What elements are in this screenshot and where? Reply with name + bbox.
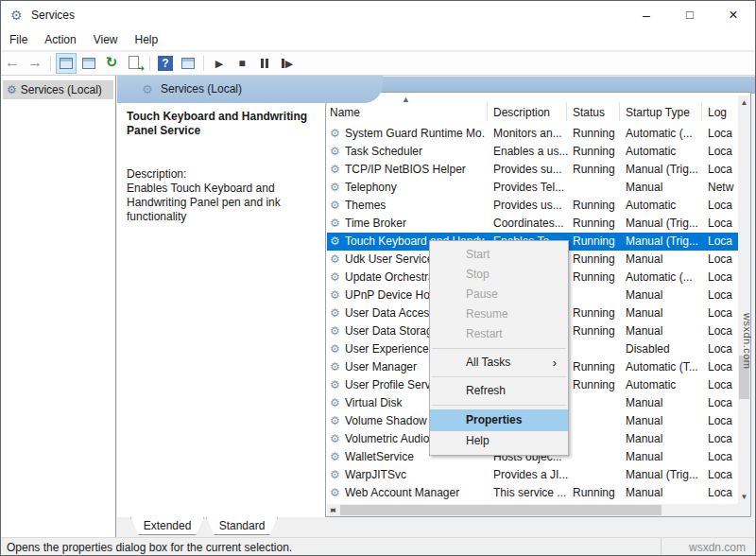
tree-item-services-local[interactable]: ⚙Services (Local) bbox=[3, 80, 113, 99]
scroll-right-icon[interactable]: ► bbox=[327, 504, 339, 518]
close-button[interactable]: × bbox=[712, 1, 755, 29]
refresh-icon: ↻ bbox=[106, 54, 118, 70]
toolbar: ←→↻➜?▶■▶ bbox=[1, 52, 755, 76]
tab-standard[interactable]: Standard bbox=[206, 517, 278, 535]
table-row[interactable]: ⚙ThemesProvides us...RunningAutomaticLoc… bbox=[327, 197, 738, 215]
horizontal-scrollbar[interactable]: ◄ ► bbox=[327, 504, 750, 516]
service-gear-icon: ⚙ bbox=[330, 412, 344, 430]
column-header-name[interactable]: Name bbox=[330, 106, 472, 123]
service-status bbox=[573, 466, 622, 484]
forward-button[interactable]: → bbox=[24, 52, 46, 75]
table-row[interactable]: ⚙TCP/IP NetBIOS HelperProvides su...Runn… bbox=[327, 161, 738, 179]
refresh-button[interactable]: ↻ bbox=[100, 52, 123, 75]
service-log-on-as: Loca bbox=[708, 287, 738, 304]
context-menu-item-all-tasks[interactable]: All Tasks› bbox=[430, 353, 568, 373]
pause-service-icon bbox=[261, 59, 264, 68]
export-list-button[interactable]: ➜ bbox=[123, 52, 146, 75]
service-status: Running bbox=[573, 484, 622, 502]
context-menu-item-pause: Pause bbox=[430, 285, 568, 304]
minimize-button[interactable]: – bbox=[625, 1, 668, 29]
service-log-on-as: Loca bbox=[708, 466, 738, 484]
column-divider[interactable] bbox=[619, 102, 620, 121]
service-log-on-as: Loca bbox=[708, 448, 738, 466]
table-row[interactable]: ⚙Task SchedulerEnables a us...RunningAut… bbox=[327, 143, 738, 161]
table-row[interactable]: ⚙System Guard Runtime Mo...Monitors an..… bbox=[327, 125, 738, 143]
service-log-on-as: Loca bbox=[708, 161, 738, 179]
service-log-on-as: Loca bbox=[708, 197, 738, 215]
scroll-down-icon[interactable]: ▼ bbox=[738, 490, 750, 504]
service-gear-icon: ⚙ bbox=[330, 251, 344, 269]
context-menu-item-refresh[interactable]: Refresh bbox=[430, 381, 568, 401]
service-gear-icon: ⚙ bbox=[330, 215, 344, 233]
menu-file[interactable]: File bbox=[1, 29, 36, 50]
back-button[interactable]: ← bbox=[1, 52, 24, 75]
back-arrow-icon: ← bbox=[5, 54, 20, 70]
restart-service-button[interactable]: ▶ bbox=[276, 52, 299, 75]
service-name: Web Account Manager bbox=[345, 484, 485, 502]
column-header-log[interactable]: Log bbox=[708, 106, 736, 123]
column-header-status[interactable]: Status bbox=[573, 106, 622, 123]
horizontal-scroll-thumb[interactable] bbox=[340, 505, 662, 515]
column-divider[interactable] bbox=[701, 102, 702, 121]
services-gear-icon: ⚙ bbox=[3, 83, 21, 96]
column-divider[interactable] bbox=[566, 102, 567, 121]
table-row[interactable]: ⚙TelephonyProvides Tel...ManualNetw bbox=[327, 179, 738, 197]
help-button[interactable]: ? bbox=[154, 52, 177, 75]
service-status: Running bbox=[573, 269, 622, 287]
service-startup-type: Automatic bbox=[626, 376, 705, 394]
service-startup-type: Manual (Trig... bbox=[626, 466, 705, 484]
show-console-tree-button[interactable] bbox=[55, 52, 77, 75]
view-tabs: ExtendedStandard bbox=[117, 517, 756, 537]
column-header-description[interactable]: Description bbox=[493, 106, 567, 123]
service-gear-icon: ⚙ bbox=[330, 197, 344, 215]
toolbar-separator bbox=[149, 56, 150, 71]
context-menu-item-restart: Restart bbox=[430, 324, 568, 344]
table-row[interactable]: ⚙Web Account ManagerThis service ...Runn… bbox=[327, 484, 738, 502]
context-menu: StartStopPauseResumeRestartAll Tasks›Ref… bbox=[429, 240, 569, 456]
show-action-pane-button[interactable] bbox=[177, 52, 199, 75]
vertical-scrollbar[interactable]: ▲ ▼ bbox=[738, 96, 750, 504]
context-menu-item-resume: Resume bbox=[430, 304, 568, 324]
service-gear-icon: ⚙ bbox=[330, 179, 344, 197]
service-startup-type: Manual bbox=[626, 448, 705, 466]
menu-view[interactable]: View bbox=[85, 29, 127, 50]
service-name: Telephony bbox=[345, 179, 485, 197]
extended-description-pane: Touch Keyboard and Handwriting Panel Ser… bbox=[117, 103, 325, 517]
watermark-text: wsxdn.com bbox=[689, 541, 746, 554]
selected-service-title: Touch Keyboard and Handwriting Panel Ser… bbox=[127, 110, 312, 138]
service-status: Running bbox=[573, 125, 622, 143]
menu-help[interactable]: Help bbox=[127, 29, 167, 50]
service-log-on-as: Loca bbox=[708, 125, 738, 143]
menu-separator bbox=[432, 376, 566, 377]
status-bar: Opens the properties dialog box for the … bbox=[1, 537, 755, 556]
scroll-up-icon[interactable]: ▲ bbox=[738, 96, 750, 110]
column-divider[interactable] bbox=[487, 102, 488, 121]
services-gear-icon: ⚙ bbox=[142, 82, 153, 96]
stop-service-button[interactable]: ■ bbox=[231, 52, 253, 75]
column-header-startup-type[interactable]: Startup Type bbox=[626, 106, 703, 123]
maximize-button[interactable]: □ bbox=[668, 1, 712, 29]
service-gear-icon: ⚙ bbox=[330, 484, 344, 502]
pause-service-button[interactable] bbox=[253, 52, 276, 75]
service-log-on-as: Loca bbox=[708, 322, 738, 340]
service-status bbox=[573, 287, 622, 304]
context-menu-item-properties[interactable]: Properties bbox=[430, 409, 568, 431]
service-name: Time Broker bbox=[345, 215, 485, 233]
show-console-tree-icon bbox=[60, 58, 73, 69]
status-right-section: wsxdn.com bbox=[661, 538, 753, 556]
service-startup-type: Manual bbox=[626, 322, 705, 340]
start-service-button[interactable]: ▶ bbox=[208, 52, 231, 75]
menu-action[interactable]: Action bbox=[36, 29, 84, 50]
context-menu-item-help[interactable]: Help bbox=[430, 431, 568, 451]
tab-extended[interactable]: Extended bbox=[130, 517, 204, 535]
service-startup-type: Manual bbox=[626, 287, 705, 304]
service-status: Running bbox=[573, 197, 622, 215]
properties-window-button[interactable] bbox=[77, 52, 100, 75]
table-row[interactable]: ⚙WarpJITSvcProvides a JI...Manual (Trig.… bbox=[327, 466, 738, 484]
menu-bar: FileActionViewHelp bbox=[1, 29, 755, 51]
table-row[interactable]: ⚙Time BrokerCoordinates...RunningManual … bbox=[327, 215, 738, 233]
service-startup-type: Manual bbox=[626, 430, 705, 448]
show-action-pane-icon bbox=[181, 58, 195, 69]
stop-service-icon: ■ bbox=[238, 57, 245, 70]
service-gear-icon: ⚙ bbox=[330, 358, 344, 376]
